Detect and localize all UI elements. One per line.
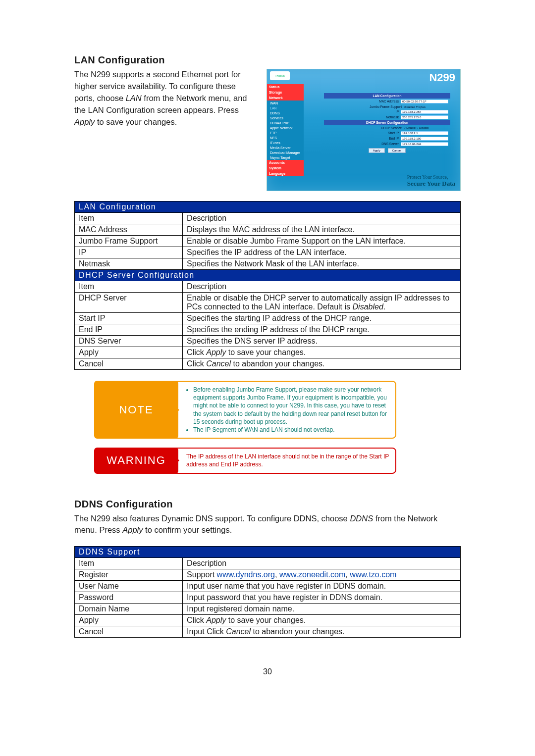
link-dyndns[interactable]: www.dyndns.org bbox=[217, 570, 275, 579]
sidebar-item-download[interactable]: Download Manager bbox=[267, 150, 304, 155]
note-line: The IP Segment of WAN and LAN should not… bbox=[193, 426, 389, 434]
sidebar-item-apple[interactable]: Apple Network bbox=[267, 125, 304, 130]
text: Enable or disable the DHCP server to aut… bbox=[187, 294, 449, 311]
cell: Cancel bbox=[75, 626, 183, 638]
text: Cancel bbox=[226, 627, 251, 636]
sidebar-section[interactable]: Network bbox=[267, 95, 304, 101]
startip-input[interactable]: 192.168.2.1 bbox=[401, 131, 448, 135]
sidebar-section[interactable]: Status bbox=[267, 84, 304, 90]
cell: Specifies the ending IP address of the D… bbox=[183, 324, 461, 336]
callouts: NOTE Before enabling Jumbo Frame Support… bbox=[94, 381, 396, 474]
text: Cancel bbox=[206, 359, 231, 368]
cell: DNS Server bbox=[75, 336, 183, 347]
text: to save your changes. bbox=[226, 348, 306, 356]
cell: Enable or disable the DHCP server to aut… bbox=[183, 293, 461, 313]
sidebar-item-services[interactable]: Services bbox=[267, 115, 304, 120]
cell: Click Cancel to abandon your changes. bbox=[183, 358, 461, 370]
cell: Specifies the Network Mask of the LAN in… bbox=[183, 258, 461, 270]
sidebar-item-lan[interactable]: LAN bbox=[267, 105, 304, 110]
sidebar-section[interactable]: Accounts bbox=[267, 160, 304, 165]
cell: Apply bbox=[75, 347, 183, 358]
cell: IP bbox=[75, 247, 183, 258]
text: DDNS bbox=[350, 514, 373, 523]
screenshot: Thecus N299 Status Storage Network WAN L… bbox=[267, 69, 461, 191]
panel-header: DHCP Server Configuration bbox=[324, 120, 450, 125]
ddns-intro: The N299 also features Dynamic DNS suppo… bbox=[74, 513, 461, 537]
link-tzo[interactable]: www.tzo.com bbox=[350, 570, 396, 579]
sidebar-section[interactable]: Language bbox=[267, 171, 304, 176]
sidebar-item-ftp[interactable]: FTP bbox=[267, 130, 304, 135]
sidebar-item-wan[interactable]: WAN bbox=[267, 101, 304, 105]
ddns-table: DDNS Support Item Description Register S… bbox=[74, 546, 461, 638]
endip-input[interactable]: 192.168.2.100 bbox=[401, 137, 448, 141]
cell: User Name bbox=[75, 581, 183, 592]
cell: Start IP bbox=[75, 313, 183, 324]
col-head-item: Item bbox=[75, 281, 183, 293]
cell: MAC Address bbox=[75, 224, 183, 236]
apply-button[interactable]: Apply bbox=[369, 148, 385, 153]
mac-value: 00:50:02:30:77:1F bbox=[401, 100, 448, 103]
document-page: LAN Configuration The N299 supports a se… bbox=[0, 0, 535, 716]
sidebar-section[interactable]: Storage bbox=[267, 90, 304, 95]
label: MAC Address bbox=[326, 100, 399, 103]
text: to abandon your changes. bbox=[251, 627, 344, 636]
table-title: LAN Configuration bbox=[75, 202, 461, 213]
jumbo-select[interactable]: Disabled ▾ bytes bbox=[404, 105, 448, 108]
sidebar-item-dlna[interactable]: DLNA/UPnP bbox=[267, 120, 304, 125]
cell: Netmask bbox=[75, 258, 183, 270]
sidebar-section[interactable]: System bbox=[267, 165, 304, 171]
sidebar-item-nsync[interactable]: Nsync Target bbox=[267, 155, 304, 160]
warning-tag: WARNING bbox=[94, 448, 178, 473]
text: . bbox=[383, 302, 385, 311]
table-subtitle: DHCP Server Configuration bbox=[75, 270, 461, 281]
dns-input[interactable]: 172.16.66.244 bbox=[401, 142, 448, 146]
sidebar-item-itunes[interactable]: iTunes bbox=[267, 140, 304, 145]
col-head-item: Item bbox=[75, 213, 183, 224]
text: Click bbox=[187, 616, 206, 624]
text: Secure Your Data bbox=[407, 180, 455, 187]
cell: Specifies the DNS server IP address. bbox=[183, 336, 461, 347]
ip-input[interactable]: 192.168.2.254 bbox=[401, 110, 448, 114]
col-head-item: Item bbox=[75, 558, 183, 569]
cell: End IP bbox=[75, 324, 183, 336]
cell: Input Click Cancel to abandon your chang… bbox=[183, 626, 461, 638]
cell: Input user name that you have register i… bbox=[183, 581, 461, 592]
brand-logo: Thecus bbox=[270, 71, 290, 80]
lan-config-table: LAN Configuration Item Description MAC A… bbox=[74, 201, 461, 370]
label: Start IP bbox=[326, 131, 399, 135]
text: The N299 also features Dynamic DNS suppo… bbox=[74, 514, 350, 523]
text: Disabled bbox=[353, 302, 383, 311]
text: Input Click bbox=[187, 627, 226, 636]
warning-callout: WARNING The IP address of the LAN interf… bbox=[94, 448, 396, 473]
text: Support bbox=[187, 570, 216, 579]
apply-word: Apply bbox=[74, 117, 95, 126]
col-head-desc: Description bbox=[183, 281, 461, 293]
cell: Click Apply to save your changes. bbox=[183, 347, 461, 358]
text: , bbox=[345, 570, 350, 579]
sidebar-item-media[interactable]: Media Server bbox=[267, 145, 304, 150]
col-head-desc: Description bbox=[183, 213, 461, 224]
cancel-button[interactable]: Cancel bbox=[388, 148, 406, 153]
text: to save your changes. bbox=[97, 117, 177, 126]
label: DHCP Service bbox=[326, 126, 402, 130]
panel-header: LAN Configuration bbox=[324, 93, 450, 99]
dhcp-radio[interactable]: ○ Enable ○ Disable bbox=[404, 126, 448, 130]
col-head-desc: Description bbox=[183, 558, 461, 569]
cell: Cancel bbox=[75, 358, 183, 370]
sidebar-item-nfs[interactable]: NFS bbox=[267, 135, 304, 140]
cell: DHCP Server bbox=[75, 293, 183, 313]
sidebar-item-ddns[interactable]: DDNS bbox=[267, 110, 304, 115]
netmask-input[interactable]: 255.255.255.0 bbox=[401, 115, 448, 119]
note-line: Before enabling Jumbo Frame Support, ple… bbox=[193, 386, 389, 426]
text: Protect Your Source, bbox=[407, 174, 448, 180]
cell: Support www.dyndns.org, www.zoneedit.com… bbox=[183, 569, 461, 581]
warning-body: The IP address of the LAN interface shou… bbox=[168, 448, 396, 473]
cell: Input password that you have register in… bbox=[183, 592, 461, 604]
text: , bbox=[275, 570, 279, 579]
text: Click bbox=[187, 348, 206, 356]
label: DNS Server bbox=[326, 142, 399, 146]
note-tag: NOTE bbox=[94, 381, 178, 439]
text: Apply bbox=[206, 348, 226, 356]
link-zoneedit[interactable]: www.zoneedit.com bbox=[279, 570, 345, 579]
cell: Password bbox=[75, 592, 183, 604]
